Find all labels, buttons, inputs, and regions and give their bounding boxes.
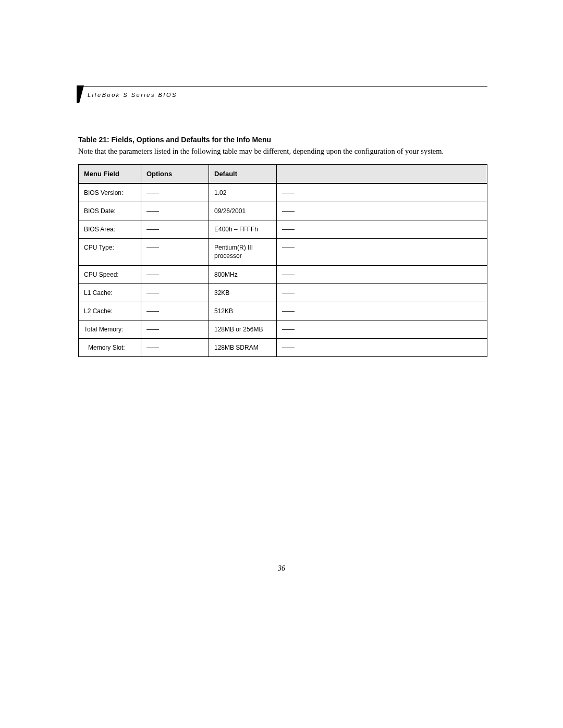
table-row: L1 Cache: —— 32KB —— [79,283,487,302]
col-header-menu-field: Menu Field [79,164,141,183]
cell-desc: —— [277,339,487,357]
header-text: LifeBook S Series BIOS [88,92,177,98]
page-header: LifeBook S Series BIOS [78,86,487,99]
cell-options: —— [141,339,209,357]
cell-options: —— [141,302,209,320]
cell-options: —— [141,202,209,220]
main-section: Table 21: Fields, Options and Defaults f… [78,135,487,357]
cell-desc: —— [277,183,487,202]
cell-default: 800MHz [209,265,277,283]
cell-default: 128MB or 256MB [209,320,277,339]
cell-default: Pentium(R) III processor [209,239,277,265]
col-header-default: Default [209,164,277,183]
cell-menu-field: L1 Cache: [79,283,141,302]
cell-default: 09/26/2001 [209,202,277,220]
table-row: L2 Cache: —— 512KB —— [79,302,487,320]
table-row: CPU Type: —— Pentium(R) III processor —— [79,239,487,265]
cell-default: 512KB [209,302,277,320]
cell-desc: —— [277,283,487,302]
cell-desc: —— [277,239,487,265]
cell-menu-field: BIOS Version: [79,183,141,202]
cell-default: 32KB [209,283,277,302]
info-table: Menu Field Options Default BIOS Version:… [78,164,487,357]
cell-desc: —— [277,302,487,320]
cell-default: E400h – FFFFh [209,220,277,238]
col-header-blank [277,164,487,183]
cell-default: 128MB SDRAM [209,339,277,357]
cell-desc: —— [277,220,487,238]
cell-options: —— [141,220,209,238]
cell-menu-field: Total Memory: [79,320,141,339]
cell-menu-field: CPU Speed: [79,265,141,283]
tab-marker-icon [77,85,84,103]
cell-menu-field: Memory Slot: [79,339,141,357]
table-header-row: Menu Field Options Default [79,164,487,183]
table-row: BIOS Version: —— 1.02 —— [79,183,487,202]
cell-options: —— [141,183,209,202]
cell-desc: —— [277,202,487,220]
table-row: BIOS Area: —— E400h – FFFFh —— [79,220,487,238]
cell-options: —— [141,320,209,339]
cell-options: —— [141,239,209,265]
svg-marker-0 [77,85,84,103]
page-number: 36 [278,564,285,573]
cell-menu-field: CPU Type: [79,239,141,265]
cell-default: 1.02 [209,183,277,202]
cell-desc: —— [277,320,487,339]
table-body: BIOS Version: —— 1.02 —— BIOS Date: —— 0… [79,183,487,357]
cell-menu-field: BIOS Date: [79,202,141,220]
table-row: Memory Slot: —— 128MB SDRAM —— [79,339,487,357]
table-note: Note that the parameters listed in the f… [78,146,487,157]
table-title: Table 21: Fields, Options and Defaults f… [78,135,487,144]
cell-options: —— [141,265,209,283]
table-row: BIOS Date: —— 09/26/2001 —— [79,202,487,220]
cell-options: —— [141,283,209,302]
cell-menu-field: BIOS Area: [79,220,141,238]
table-row: Total Memory: —— 128MB or 256MB —— [79,320,487,339]
cell-menu-field: L2 Cache: [79,302,141,320]
col-header-options: Options [141,164,209,183]
page-content: LifeBook S Series BIOS Table 21: Fields,… [78,86,487,357]
cell-desc: —— [277,265,487,283]
table-row: CPU Speed: —— 800MHz —— [79,265,487,283]
